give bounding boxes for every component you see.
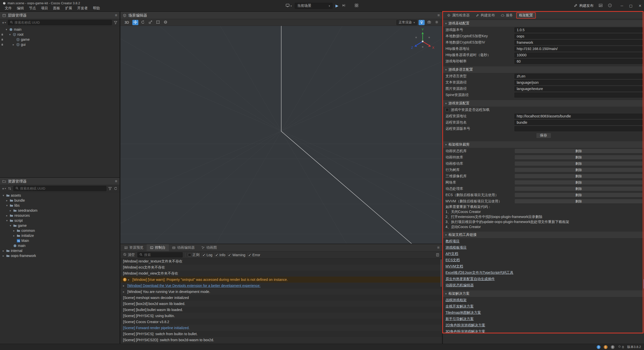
panel-menu-icon[interactable]: ≡ xyxy=(115,13,117,18)
mode-3d-button[interactable]: 3D xyxy=(123,20,131,25)
inspector-tab-service[interactable]: 服务 xyxy=(498,13,515,18)
menu-项目[interactable]: 项目 xyxy=(39,6,50,11)
delete-module-button[interactable]: 删除 xyxy=(514,193,643,197)
tree-item-seedrandom[interactable]: ▸seedrandom xyxy=(0,208,119,213)
field-input[interactable] xyxy=(514,126,643,131)
tree-item-oops-framework[interactable]: ▸oops-framework xyxy=(0,253,119,258)
lock-icon[interactable] xyxy=(1,33,4,36)
log-row[interactable]: ▸[Window] Download the Vue Devtools exte… xyxy=(120,283,442,289)
field-input[interactable]: zh,en xyxy=(514,74,643,79)
doc-link[interactable]: 2D角色扮演游戏解决方案 xyxy=(446,323,485,328)
minimize-button[interactable]: ─ xyxy=(621,4,623,8)
step-button[interactable] xyxy=(341,3,346,8)
notification-bell[interactable]: 0 xyxy=(618,345,624,349)
inspector-tab-build-publish[interactable]: 构建发布 xyxy=(473,13,497,18)
add-node-button[interactable]: +▾ xyxy=(2,20,6,25)
field-input[interactable]: oops xyxy=(514,34,643,39)
filter-error-checkbox[interactable]: Error xyxy=(248,253,260,257)
console-search-input[interactable]: 搜索 xyxy=(137,252,183,257)
inspector-tab-property-inspector[interactable]: 属性检查器 xyxy=(445,13,472,18)
close-button[interactable]: ✕ xyxy=(638,4,641,8)
doc-link[interactable]: MVVM文档 xyxy=(446,264,463,269)
section-header-框架解决方案[interactable]: ▾框架解决方案 xyxy=(443,290,644,297)
doc-link[interactable]: 原生包热更新配置自动生成插件 xyxy=(446,277,495,281)
scene-settings-button[interactable] xyxy=(434,20,440,25)
chevron-right-icon[interactable]: ▸ xyxy=(12,43,15,46)
menu-帮助[interactable]: 帮助 xyxy=(91,6,102,11)
doc-link[interactable]: 游戏模板项目 xyxy=(446,245,467,250)
filter-warning-checkbox[interactable]: Warning xyxy=(228,253,246,257)
doc-link[interactable]: ECS文档 xyxy=(446,258,460,262)
field-input[interactable]: 60 xyxy=(514,59,643,64)
world-local-toggle-button[interactable] xyxy=(163,20,169,25)
chevron-right-icon[interactable]: ▸ xyxy=(123,284,126,287)
log-row[interactable]: ▸[Window] You are running Vue in develop… xyxy=(120,289,442,295)
menu-编辑[interactable]: 编辑 xyxy=(15,6,26,11)
view-gizmo[interactable]: Y X Z xyxy=(411,28,434,50)
field-input[interactable]: http://192.168.0.150/main/ xyxy=(514,46,643,51)
log-row[interactable]: !▸[Window] [Vue warn]: Property "onInput… xyxy=(120,277,442,283)
preview-window-button[interactable] xyxy=(598,3,603,8)
field-input[interactable]: framework xyxy=(514,40,643,45)
chevron-right-icon[interactable]: ▸ xyxy=(12,229,16,232)
delete-module-button[interactable]: 删除 xyxy=(514,149,643,153)
panel-menu-icon[interactable]: ≡ xyxy=(437,244,442,251)
chevron-right-icon[interactable]: ▸ xyxy=(2,254,5,257)
preview-device-button[interactable]: ▾ xyxy=(286,3,292,8)
scale-tool-button[interactable] xyxy=(147,20,153,25)
section-header-游戏基础配置[interactable]: ▾游戏基础配置 xyxy=(443,20,644,27)
menu-扩展[interactable]: 扩展 xyxy=(63,6,74,11)
field-input[interactable]: language/json xyxy=(514,80,643,85)
chevron-right-icon[interactable]: ▸ xyxy=(9,209,12,212)
tree-item-initialize[interactable]: ▸initialize xyxy=(0,233,119,238)
tree-item-bundle[interactable]: ▸bundle xyxy=(0,198,119,203)
chevron-right-icon[interactable]: ▸ xyxy=(123,290,126,293)
maximize-button[interactable]: ▢ xyxy=(629,4,632,8)
chevron-right-icon[interactable]: ▸ xyxy=(128,278,131,281)
chevron-down-icon[interactable]: ▾ xyxy=(9,224,12,227)
tree-item-resources[interactable]: ▸resources xyxy=(0,213,119,218)
delete-module-button[interactable]: 删除 xyxy=(514,155,643,160)
doc-link[interactable]: 动画状态机编辑器 xyxy=(446,283,474,288)
layout-grid-button[interactable] xyxy=(354,3,358,8)
scene-select[interactable]: 当前场景 ▾ xyxy=(295,3,333,9)
rect-tool-button[interactable] xyxy=(155,20,161,25)
filter-log-checkbox[interactable]: Log xyxy=(202,253,212,257)
field-input[interactable]: http://localhost:8083/assets/bundle xyxy=(514,114,643,119)
camera-snapshot-button[interactable] xyxy=(426,20,432,25)
menu-开发者[interactable]: 开发者 xyxy=(75,6,90,11)
refresh-button[interactable] xyxy=(114,187,117,190)
move-tool-button[interactable] xyxy=(132,20,138,25)
doc-link[interactable]: 战棋游戏框架 xyxy=(446,298,467,302)
filter-button[interactable] xyxy=(108,187,112,190)
chevron-right-icon[interactable]: ▸ xyxy=(12,234,16,237)
checkbox-unchecked[interactable] xyxy=(446,108,449,111)
tree-item-libs[interactable]: ▾libs xyxy=(0,203,119,208)
tree-item-gui[interactable]: ▸gui xyxy=(0,42,119,47)
sort-button[interactable] xyxy=(8,187,12,190)
delete-module-button[interactable]: 删除 xyxy=(514,186,643,191)
help-button[interactable]: ? xyxy=(608,3,612,8)
section-header-游戏资源配置[interactable]: ▾游戏资源配置 xyxy=(443,100,644,107)
console-tab-console[interactable]: 控制台 xyxy=(147,244,169,251)
doc-link[interactable]: 3D角色扮演游戏解决方案 xyxy=(446,329,485,334)
lock-icon[interactable] xyxy=(1,38,4,41)
lock-icon[interactable] xyxy=(1,43,4,46)
error-count-badge[interactable]: 0 xyxy=(611,345,615,349)
console-report-button[interactable] xyxy=(436,253,439,257)
console-tab-animation-graph[interactable]: 动画图 xyxy=(198,244,220,251)
build-publish-button[interactable]: 构建发布 xyxy=(574,3,593,8)
chevron-right-icon[interactable]: ▸ xyxy=(2,249,5,252)
tree-item-script[interactable]: ▾script xyxy=(0,218,119,223)
field-input[interactable]: 10000 xyxy=(514,53,643,58)
field-input[interactable]: bundle xyxy=(514,120,643,125)
panel-menu-icon[interactable]: ≡ xyxy=(437,13,440,18)
light-toggle-button[interactable] xyxy=(419,20,425,25)
chevron-down-icon[interactable]: ▾ xyxy=(5,28,8,31)
chevron-right-icon[interactable]: ▸ xyxy=(5,199,9,202)
clear-console-button[interactable]: 清空 xyxy=(123,253,135,257)
save-button[interactable]: 保存 xyxy=(536,133,551,138)
doc-link[interactable]: API文档 xyxy=(446,252,458,256)
doc-link[interactable]: Tiledmap地图解决方案 xyxy=(446,311,481,315)
field-input[interactable] xyxy=(514,93,643,98)
